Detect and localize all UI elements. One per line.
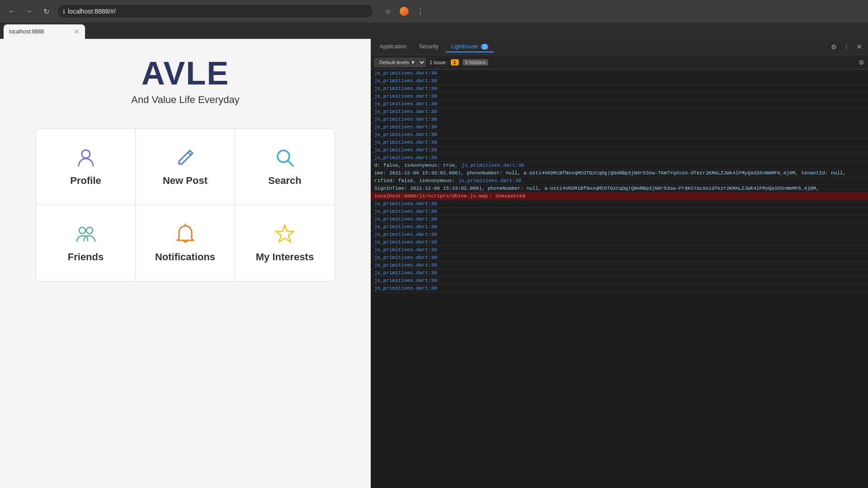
tab-close-button[interactable]: ✕ <box>74 28 80 35</box>
console-link[interactable]: js_primitives.dart:30 <box>374 201 437 206</box>
console-link[interactable]: js_primitives.dart:30 <box>374 247 437 253</box>
menu-item-notifications[interactable]: Notifications <box>136 205 235 281</box>
console-line: js_primitives.dart:30 <box>371 93 868 100</box>
devtools-issues-count[interactable]: 1 <box>451 59 459 66</box>
console-link[interactable]: js_primitives.dart:30 <box>374 232 437 237</box>
browser-window: ← → ↻ ℹ ☆ ⋮ localhost:8888 ✕ AVLE <box>0 0 868 488</box>
notifications-label: Notifications <box>155 251 215 263</box>
console-obj-text: rified: false, isAnonymous: <box>374 178 455 183</box>
console-line: js_primitives.dart:30 <box>371 123 868 131</box>
console-link[interactable]: js_primitives.dart:30 <box>374 255 437 260</box>
devtools-badge: 1 <box>481 44 488 50</box>
console-line: js_primitives.dart:30 <box>371 239 868 246</box>
reload-button[interactable]: ↻ <box>40 5 52 18</box>
console-link[interactable]: js_primitives.dart:30 <box>374 270 437 276</box>
interests-label: My Interests <box>256 251 314 263</box>
console-line: js_primitives.dart:30 <box>371 85 868 93</box>
devtools-settings-button[interactable]: ⚙ <box>828 42 839 52</box>
devtools-tab-application[interactable]: Application <box>374 42 412 52</box>
console-link[interactable]: js_primitives.dart:30 <box>374 124 437 130</box>
console-link[interactable]: js_primitives.dart:30 <box>374 263 437 268</box>
console-line: js_primitives.dart:30 <box>371 223 868 231</box>
console-link[interactable]: js_primitives.dart:30 <box>374 101 437 107</box>
menu-item-interests[interactable]: My Interests <box>235 205 335 281</box>
console-link[interactable]: js_primitives.dart:30 <box>374 94 437 99</box>
console-error-text: : Unexpected <box>490 193 525 199</box>
address-bar: ℹ <box>57 4 373 19</box>
console-link[interactable]: js_primitives.dart:30 <box>374 155 437 160</box>
console-link[interactable]: js_primitives.dart:30 <box>374 286 437 291</box>
console-link[interactable]: js_primitives.dart:30 <box>374 132 437 137</box>
console-error-line: localhost:8888/js/scripts/dhive.js.map :… <box>371 192 868 200</box>
active-tab[interactable]: localhost:8888 ✕ <box>4 24 85 39</box>
svg-line-2 <box>288 161 293 166</box>
app-area: AVLE And Value Life Everyday Profile <box>0 39 371 488</box>
menu-item-profile[interactable]: Profile <box>36 129 136 205</box>
console-obj-line-2: ime: 2021-12-06 15:33:02.000), phoneNumb… <box>371 169 868 177</box>
friends-label: Friends <box>68 251 104 263</box>
back-button[interactable]: ← <box>5 5 18 18</box>
devtools-filter-settings-icon[interactable]: ⚙ <box>859 59 864 66</box>
devtools-close-button[interactable]: ✕ <box>854 42 864 52</box>
profile-button[interactable] <box>398 5 410 18</box>
console-line: js_primitives.dart:30 <box>371 77 868 85</box>
app-logo: AVLE <box>142 57 230 89</box>
console-obj-text: d: false, isAnonymous: true, <box>374 163 458 168</box>
console-link[interactable]: js_primitives.dart:30 <box>462 163 524 168</box>
new-post-label: New Post <box>163 175 208 187</box>
console-line: js_primitives.dart:30 <box>371 262 868 269</box>
console-link[interactable]: js_primitives.dart:30 <box>458 178 521 183</box>
browser-action-buttons: ☆ ⋮ <box>382 5 427 18</box>
console-line: js_primitives.dart:30 <box>371 277 868 285</box>
console-link[interactable]: js_primitives.dart:30 <box>374 209 437 214</box>
devtools-tab-lighthouse[interactable]: Lighthouse 1 <box>446 42 494 52</box>
console-link[interactable]: js_primitives.dart:30 <box>374 109 437 114</box>
console-obj-text: ime: 2021-12-06 15:33:02.000), phoneNumb… <box>374 170 846 176</box>
app-content: AVLE And Value Life Everyday Profile <box>0 39 371 488</box>
browser-toolbar: ← → ↻ ℹ ☆ ⋮ <box>0 0 868 23</box>
console-link[interactable]: js_primitives.dart:30 <box>374 147 437 153</box>
tab-title: localhost:8888 <box>9 28 44 35</box>
devtools-filter-bar: Default levels ▼ 1 Issue: 1 5 hidden ⚙ <box>371 55 868 70</box>
console-line: js_primitives.dart:30 <box>371 285 868 292</box>
console-line: js_primitives.dart:30 <box>371 146 868 154</box>
devtools-console[interactable]: js_primitives.dart:30 js_primitives.dart… <box>371 70 868 488</box>
menu-button[interactable]: ⋮ <box>414 5 427 18</box>
devtools-hidden-count[interactable]: 5 hidden <box>462 59 488 66</box>
menu-item-search[interactable]: Search <box>235 129 335 205</box>
profile-label: Profile <box>70 175 101 187</box>
app-tagline: And Value Life Everyday <box>131 94 239 106</box>
menu-item-friends[interactable]: Friends <box>36 205 136 281</box>
console-link[interactable]: js_primitives.dart:30 <box>374 70 437 76</box>
console-link[interactable]: js_primitives.dart:30 <box>374 117 437 122</box>
console-link[interactable]: js_primitives.dart:30 <box>374 216 437 222</box>
url-input[interactable] <box>68 8 368 15</box>
search-label: Search <box>268 175 301 187</box>
security-icon: ℹ <box>63 8 65 15</box>
console-link[interactable]: js_primitives.dart:30 <box>374 278 437 283</box>
menu-item-new-post[interactable]: New Post <box>136 129 235 205</box>
console-line: js_primitives.dart:30 <box>371 208 868 216</box>
console-link[interactable]: js_primitives.dart:30 <box>374 78 437 84</box>
new-post-icon <box>175 147 196 169</box>
menu-grid: Profile New Post <box>36 128 335 282</box>
console-line: js_primitives.dart:30 <box>371 116 868 123</box>
devtools-level-select[interactable]: Default levels ▼ <box>374 58 426 67</box>
console-error-link[interactable]: localhost:8888/js/scripts/dhive.js.map <box>374 193 488 199</box>
forward-button[interactable]: → <box>23 5 35 18</box>
devtools-more-button[interactable]: ⋮ <box>841 42 852 52</box>
console-obj-line-4: SignInTime: 2021-12-06 15:33:02.000), ph… <box>371 185 868 192</box>
console-link[interactable]: js_primitives.dart:30 <box>374 140 437 145</box>
app-logo-section: AVLE And Value Life Everyday <box>131 57 239 106</box>
devtools-tab-security[interactable]: Security <box>414 42 444 52</box>
notifications-icon <box>175 223 196 245</box>
console-link[interactable]: js_primitives.dart:30 <box>374 86 437 91</box>
console-line: js_primitives.dart:30 <box>371 131 868 139</box>
devtools-issues-label: 1 Issue: <box>429 60 447 65</box>
bookmark-button[interactable]: ☆ <box>382 5 394 18</box>
console-link[interactable]: js_primitives.dart:30 <box>374 224 437 230</box>
console-link[interactable]: js_primitives.dart:30 <box>374 239 437 245</box>
console-line: js_primitives.dart:30 <box>371 231 868 239</box>
console-line: js_primitives.dart:30 <box>371 269 868 277</box>
console-line: js_primitives.dart:30 <box>371 200 868 208</box>
